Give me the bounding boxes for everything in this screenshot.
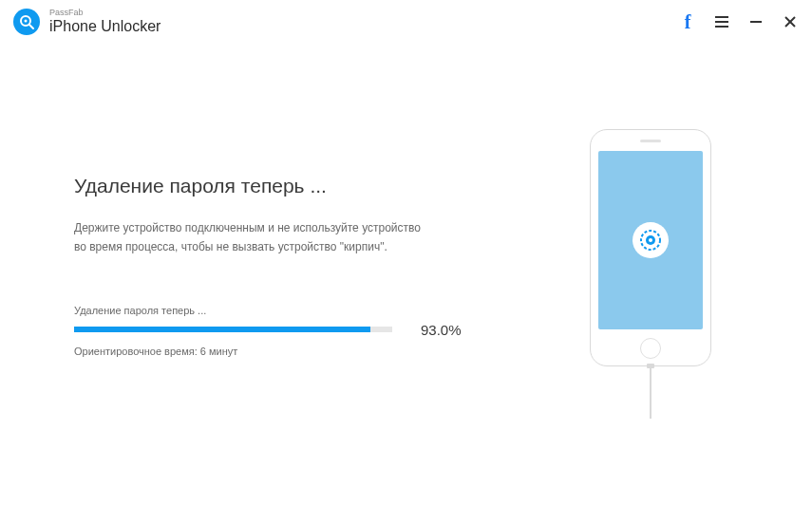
content: Удаление пароля теперь ... Держите устро… <box>0 44 812 419</box>
phone-speaker-icon <box>640 140 661 142</box>
titlebar: PassFab iPhone Unlocker f <box>0 0 812 44</box>
app-logo-icon <box>13 9 40 35</box>
menu-icon[interactable] <box>713 13 730 30</box>
cable-icon <box>650 366 651 419</box>
brand-name: PassFab <box>49 9 161 18</box>
progress-bar <box>74 327 392 332</box>
page-heading: Удаление пароля теперь ... <box>74 175 499 197</box>
progress-row: 93.0% <box>74 322 499 338</box>
titlebar-text: PassFab iPhone Unlocker <box>49 9 161 34</box>
titlebar-right: f <box>679 13 799 30</box>
svg-point-1 <box>25 20 28 23</box>
progress-fill <box>74 327 370 332</box>
phone-screen <box>598 151 703 329</box>
spinner-icon <box>633 222 669 258</box>
home-button-icon <box>640 338 661 359</box>
titlebar-left: PassFab iPhone Unlocker <box>13 9 161 35</box>
instruction-text: Держите устройство подключенным и не исп… <box>74 218 435 257</box>
eta-text: Ориентировочное время: 6 минут <box>74 346 499 357</box>
svg-point-11 <box>649 238 652 242</box>
app-name: iPhone Unlocker <box>49 18 161 35</box>
left-panel: Удаление пароля теперь ... Держите устро… <box>74 91 499 419</box>
facebook-icon[interactable]: f <box>679 13 696 30</box>
progress-label: Удаление пароля теперь ... <box>74 305 499 316</box>
minimize-button[interactable] <box>747 13 765 30</box>
phone-illustration <box>590 129 711 366</box>
close-button[interactable] <box>782 13 799 30</box>
right-panel <box>556 91 746 419</box>
progress-percent: 93.0% <box>421 322 462 338</box>
svg-line-2 <box>29 25 33 28</box>
